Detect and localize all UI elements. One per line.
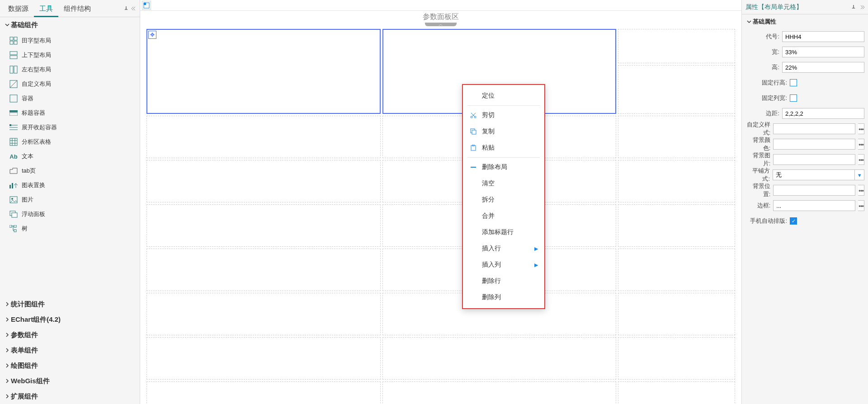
- ctx-label: 删除行: [482, 277, 501, 285]
- collapse-right-icon[interactable]: [859, 5, 864, 10]
- chevron-right-icon: [4, 363, 11, 368]
- ctx-label: 拆分: [482, 196, 495, 204]
- svg-rect-17: [10, 138, 17, 146]
- svg-rect-32: [144, 3, 146, 5]
- category-stat[interactable]: 统计图组件: [0, 296, 140, 312]
- ctx-dellayout[interactable]: 删除布局: [463, 159, 544, 175]
- comp-grid4[interactable]: 田字型布局: [7, 33, 140, 48]
- svg-rect-37: [471, 146, 476, 150]
- dropdown-arrow-icon[interactable]: ▾: [854, 169, 864, 180]
- comp-hsplit[interactable]: 左右型布局: [7, 62, 140, 77]
- tab-datasource[interactable]: 数据源: [3, 0, 34, 17]
- comp-label: 树: [22, 225, 28, 233]
- pin-icon[interactable]: [123, 6, 129, 11]
- section-basicprops[interactable]: 基础属性: [742, 14, 868, 29]
- prop-fixrow-checkbox[interactable]: [790, 79, 797, 86]
- scissors-icon: [469, 112, 477, 118]
- more-options-button[interactable]: •••: [858, 200, 864, 211]
- comp-chartswap[interactable]: 图表置换: [7, 178, 140, 193]
- more-options-button[interactable]: •••: [858, 154, 864, 165]
- category-param[interactable]: 参数组件: [0, 327, 140, 343]
- prop-height-input[interactable]: [782, 62, 864, 73]
- ctx-locate[interactable]: 定位: [463, 88, 544, 104]
- ctx-clear[interactable]: 清空: [463, 175, 544, 192]
- prop-mobile-checkbox[interactable]: ✓: [790, 217, 797, 225]
- comp-label: 左右型布局: [22, 66, 51, 74]
- ctx-cut[interactable]: 剪切: [463, 107, 544, 123]
- layout-cell[interactable]: [146, 204, 381, 247]
- comp-floatpanel[interactable]: 浮动面板: [7, 207, 140, 221]
- move-handle-icon[interactable]: ✥: [148, 31, 156, 39]
- ctx-label: 插入行: [482, 244, 501, 253]
- layout-cell[interactable]: [618, 160, 735, 202]
- layout-cell[interactable]: [618, 29, 735, 63]
- layout-cell[interactable]: ✥: [146, 29, 381, 114]
- category-ext[interactable]: 扩展组件: [0, 389, 140, 404]
- layout-cell[interactable]: [618, 293, 735, 335]
- ctx-addtitle[interactable]: 添加标题行: [463, 224, 544, 240]
- hsplit-icon: [9, 65, 18, 74]
- svg-rect-2: [10, 41, 13, 44]
- ctx-delrow[interactable]: 删除行: [463, 273, 544, 289]
- param-panel-handle[interactable]: ︿: [140, 23, 741, 27]
- prop-tile-select[interactable]: [773, 169, 854, 180]
- category-webgis[interactable]: WebGis组件: [0, 373, 140, 389]
- comp-custom[interactable]: 自定义布局: [7, 77, 140, 91]
- layout-tool-icon[interactable]: [142, 1, 151, 10]
- layout-cell[interactable]: [618, 337, 735, 380]
- ctx-split[interactable]: 拆分: [463, 192, 544, 208]
- prop-width-input[interactable]: [782, 47, 864, 57]
- ctx-copy[interactable]: 复制: [463, 123, 544, 140]
- more-options-button[interactable]: •••: [858, 139, 864, 150]
- prop-border-input[interactable]: [773, 200, 855, 211]
- comp-container[interactable]: 容器: [7, 91, 140, 106]
- layout-cell[interactable]: [618, 65, 735, 114]
- prop-margin-input[interactable]: [782, 108, 864, 119]
- prop-bgpos-input[interactable]: [773, 185, 855, 196]
- ctx-inscol[interactable]: 插入列▶: [463, 257, 544, 273]
- comp-text[interactable]: Ab文本: [7, 149, 140, 164]
- comp-vsplit[interactable]: 上下型布局: [7, 48, 140, 62]
- comp-tree[interactable]: 树: [7, 221, 140, 236]
- ctx-label: 定位: [482, 92, 495, 100]
- prop-code-input[interactable]: [782, 31, 864, 42]
- category-basic[interactable]: 基础组件: [0, 17, 140, 33]
- more-options-button[interactable]: •••: [858, 185, 864, 196]
- category-echart[interactable]: EChart组件(4.2): [0, 312, 140, 327]
- layout-cell[interactable]: [618, 204, 735, 247]
- prop-bgimg-input[interactable]: [773, 154, 855, 165]
- category-draw[interactable]: 绘图组件: [0, 358, 140, 373]
- collapse-left-icon[interactable]: [132, 6, 137, 11]
- layout-cell[interactable]: [382, 381, 617, 404]
- properties-title-label: 属性【布局单元格】: [745, 3, 802, 11]
- prop-bgcolor-input[interactable]: [773, 139, 855, 150]
- comp-collapse[interactable]: 展开收起容器: [7, 120, 140, 135]
- category-form[interactable]: 表单组件: [0, 343, 140, 358]
- comp-image[interactable]: 图片: [7, 193, 140, 207]
- prop-style-input[interactable]: [773, 123, 855, 134]
- ctx-merge[interactable]: 合并: [463, 208, 544, 224]
- ctx-delcol[interactable]: 删除列: [463, 289, 544, 305]
- container-icon: [9, 94, 18, 103]
- layout-cell[interactable]: [146, 337, 381, 380]
- comp-analgrid[interactable]: 分析区表格: [7, 135, 140, 149]
- layout-cell[interactable]: [146, 249, 381, 291]
- layout-cell[interactable]: [618, 116, 735, 158]
- comp-titlecontainer[interactable]: 标题容器: [7, 106, 140, 120]
- pin-icon[interactable]: [851, 5, 856, 10]
- layout-cell[interactable]: [146, 116, 381, 158]
- prop-fixcol-checkbox[interactable]: [790, 94, 797, 102]
- layout-cell[interactable]: [146, 160, 381, 202]
- category-label: 参数组件: [11, 331, 38, 339]
- layout-cell[interactable]: [618, 381, 735, 404]
- layout-cell[interactable]: [618, 249, 735, 291]
- layout-cell[interactable]: [146, 293, 381, 335]
- layout-cell[interactable]: [382, 337, 617, 380]
- more-options-button[interactable]: •••: [858, 123, 864, 134]
- ctx-insrow[interactable]: 插入行▶: [463, 240, 544, 257]
- layout-cell[interactable]: [146, 381, 381, 404]
- tab-structure[interactable]: 组件结构: [58, 0, 96, 17]
- tab-tools[interactable]: 工具: [34, 0, 58, 17]
- comp-tab[interactable]: tab页: [7, 164, 140, 178]
- ctx-paste[interactable]: 粘贴: [463, 140, 544, 156]
